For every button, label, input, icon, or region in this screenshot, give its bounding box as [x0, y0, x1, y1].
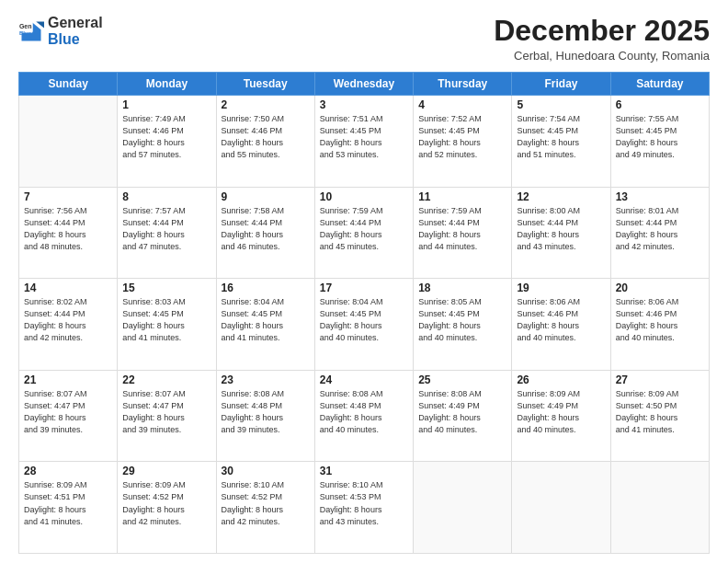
calendar-cell: 28Sunrise: 8:09 AM Sunset: 4:51 PM Dayli…	[19, 462, 118, 554]
calendar-cell: 21Sunrise: 8:07 AM Sunset: 4:47 PM Dayli…	[19, 370, 118, 462]
day-info: Sunrise: 8:10 AM Sunset: 4:53 PM Dayligh…	[320, 479, 408, 527]
day-info: Sunrise: 8:09 AM Sunset: 4:50 PM Dayligh…	[616, 388, 704, 436]
day-number: 11	[418, 190, 506, 203]
day-info: Sunrise: 8:05 AM Sunset: 4:45 PM Dayligh…	[418, 296, 506, 344]
day-info: Sunrise: 8:08 AM Sunset: 4:49 PM Dayligh…	[418, 388, 506, 436]
calendar-cell	[610, 462, 709, 554]
header-row: SundayMondayTuesdayWednesdayThursdayFrid…	[19, 73, 710, 96]
day-info: Sunrise: 7:59 AM Sunset: 4:44 PM Dayligh…	[418, 205, 506, 253]
calendar-table: SundayMondayTuesdayWednesdayThursdayFrid…	[18, 72, 710, 554]
calendar-cell: 22Sunrise: 8:07 AM Sunset: 4:47 PM Dayli…	[118, 370, 216, 462]
day-number: 7	[24, 190, 112, 203]
svg-text:Blue: Blue	[19, 29, 32, 35]
day-info: Sunrise: 7:58 AM Sunset: 4:44 PM Dayligh…	[222, 205, 310, 253]
calendar-cell: 26Sunrise: 8:09 AM Sunset: 4:49 PM Dayli…	[512, 370, 610, 462]
day-number: 2	[222, 98, 310, 111]
day-number: 21	[24, 373, 112, 386]
day-number: 19	[517, 282, 605, 294]
day-number: 4	[418, 98, 506, 111]
calendar-cell: 1Sunrise: 7:49 AM Sunset: 4:46 PM Daylig…	[118, 96, 216, 188]
day-info: Sunrise: 8:10 AM Sunset: 4:52 PM Dayligh…	[222, 479, 310, 527]
day-info: Sunrise: 8:00 AM Sunset: 4:44 PM Dayligh…	[517, 205, 605, 253]
day-header-thursday: Thursday	[414, 73, 512, 96]
day-header-friday: Friday	[512, 73, 610, 96]
calendar-cell: 7Sunrise: 7:56 AM Sunset: 4:44 PM Daylig…	[19, 187, 118, 279]
day-number: 22	[122, 373, 210, 386]
calendar-cell: 2Sunrise: 7:50 AM Sunset: 4:46 PM Daylig…	[216, 96, 314, 188]
day-number: 5	[517, 98, 605, 111]
day-info: Sunrise: 8:08 AM Sunset: 4:48 PM Dayligh…	[222, 388, 310, 436]
calendar-cell: 31Sunrise: 8:10 AM Sunset: 4:53 PM Dayli…	[314, 462, 413, 554]
calendar-cell: 29Sunrise: 8:09 AM Sunset: 4:52 PM Dayli…	[118, 462, 216, 554]
day-number: 10	[320, 190, 408, 203]
calendar-cell: 12Sunrise: 8:00 AM Sunset: 4:44 PM Dayli…	[512, 187, 610, 279]
day-number: 17	[320, 282, 408, 294]
day-number: 24	[320, 373, 408, 386]
day-info: Sunrise: 7:50 AM Sunset: 4:46 PM Dayligh…	[222, 113, 310, 161]
calendar-cell: 11Sunrise: 7:59 AM Sunset: 4:44 PM Dayli…	[414, 187, 512, 279]
day-number: 9	[222, 190, 310, 203]
day-number: 3	[320, 98, 408, 111]
day-info: Sunrise: 7:55 AM Sunset: 4:45 PM Dayligh…	[616, 113, 704, 161]
day-number: 29	[122, 465, 210, 477]
calendar-cell	[512, 462, 610, 554]
calendar-cell: 15Sunrise: 8:03 AM Sunset: 4:45 PM Dayli…	[118, 279, 216, 371]
week-row-3: 14Sunrise: 8:02 AM Sunset: 4:44 PM Dayli…	[19, 279, 710, 371]
calendar-cell: 27Sunrise: 8:09 AM Sunset: 4:50 PM Dayli…	[610, 370, 709, 462]
calendar-cell: 9Sunrise: 7:58 AM Sunset: 4:44 PM Daylig…	[216, 187, 314, 279]
day-number: 18	[418, 282, 506, 294]
day-number: 1	[122, 98, 210, 111]
day-number: 27	[616, 373, 704, 386]
svg-text:Gen: Gen	[19, 22, 32, 29]
calendar-cell: 16Sunrise: 8:04 AM Sunset: 4:45 PM Dayli…	[216, 279, 314, 371]
day-number: 13	[616, 190, 704, 203]
day-info: Sunrise: 8:01 AM Sunset: 4:44 PM Dayligh…	[616, 205, 704, 253]
day-info: Sunrise: 8:02 AM Sunset: 4:44 PM Dayligh…	[24, 296, 112, 344]
calendar-cell: 4Sunrise: 7:52 AM Sunset: 4:45 PM Daylig…	[414, 96, 512, 188]
day-number: 30	[222, 465, 310, 477]
day-info: Sunrise: 7:52 AM Sunset: 4:45 PM Dayligh…	[418, 113, 506, 161]
day-info: Sunrise: 8:03 AM Sunset: 4:45 PM Dayligh…	[122, 296, 210, 344]
day-number: 23	[222, 373, 310, 386]
calendar-cell: 19Sunrise: 8:06 AM Sunset: 4:46 PM Dayli…	[512, 279, 610, 371]
calendar-cell: 8Sunrise: 7:57 AM Sunset: 4:44 PM Daylig…	[118, 187, 216, 279]
day-info: Sunrise: 8:08 AM Sunset: 4:48 PM Dayligh…	[320, 388, 408, 436]
week-row-1: 1Sunrise: 7:49 AM Sunset: 4:46 PM Daylig…	[19, 96, 710, 188]
week-row-5: 28Sunrise: 8:09 AM Sunset: 4:51 PM Dayli…	[19, 462, 710, 554]
calendar-cell: 18Sunrise: 8:05 AM Sunset: 4:45 PM Dayli…	[414, 279, 512, 371]
day-number: 6	[616, 98, 704, 111]
day-info: Sunrise: 8:07 AM Sunset: 4:47 PM Dayligh…	[24, 388, 112, 436]
calendar-cell: 23Sunrise: 8:08 AM Sunset: 4:48 PM Dayli…	[216, 370, 314, 462]
day-number: 16	[222, 282, 310, 294]
calendar-cell: 3Sunrise: 7:51 AM Sunset: 4:45 PM Daylig…	[314, 96, 413, 188]
day-info: Sunrise: 8:04 AM Sunset: 4:45 PM Dayligh…	[320, 296, 408, 344]
day-number: 26	[517, 373, 605, 386]
day-header-monday: Monday	[118, 73, 216, 96]
day-info: Sunrise: 7:56 AM Sunset: 4:44 PM Dayligh…	[24, 205, 112, 253]
day-info: Sunrise: 7:54 AM Sunset: 4:45 PM Dayligh…	[517, 113, 605, 161]
day-info: Sunrise: 8:09 AM Sunset: 4:52 PM Dayligh…	[122, 479, 210, 527]
day-number: 12	[517, 190, 605, 203]
day-header-tuesday: Tuesday	[216, 73, 314, 96]
day-info: Sunrise: 8:07 AM Sunset: 4:47 PM Dayligh…	[122, 388, 210, 436]
calendar-cell	[414, 462, 512, 554]
calendar-cell: 10Sunrise: 7:59 AM Sunset: 4:44 PM Dayli…	[314, 187, 413, 279]
logo-blue-text: Blue	[48, 31, 103, 48]
day-number: 25	[418, 373, 506, 386]
calendar-cell: 20Sunrise: 8:06 AM Sunset: 4:46 PM Dayli…	[610, 279, 709, 371]
day-header-saturday: Saturday	[610, 73, 709, 96]
day-info: Sunrise: 7:49 AM Sunset: 4:46 PM Dayligh…	[122, 113, 210, 161]
week-row-4: 21Sunrise: 8:07 AM Sunset: 4:47 PM Dayli…	[19, 370, 710, 462]
logo-icon: Gen Blue	[18, 18, 44, 44]
calendar-cell: 13Sunrise: 8:01 AM Sunset: 4:44 PM Dayli…	[610, 187, 709, 279]
subtitle: Cerbal, Hunedoara County, Romania	[494, 49, 710, 63]
logo: Gen Blue General Blue	[18, 15, 103, 47]
month-title: December 2025	[494, 15, 710, 47]
day-info: Sunrise: 8:04 AM Sunset: 4:45 PM Dayligh…	[222, 296, 310, 344]
day-number: 20	[616, 282, 704, 294]
day-info: Sunrise: 8:09 AM Sunset: 4:51 PM Dayligh…	[24, 479, 112, 527]
day-number: 15	[122, 282, 210, 294]
calendar-cell: 14Sunrise: 8:02 AM Sunset: 4:44 PM Dayli…	[19, 279, 118, 371]
title-block: December 2025 Cerbal, Hunedoara County, …	[494, 15, 710, 63]
day-header-wednesday: Wednesday	[314, 73, 413, 96]
